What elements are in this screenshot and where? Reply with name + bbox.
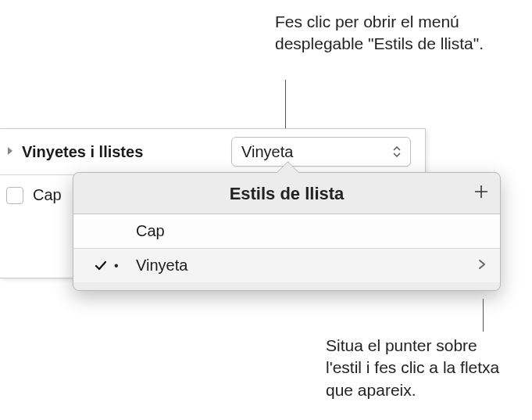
list-style-bullet[interactable]: • Vinyeta: [73, 249, 500, 282]
callout-line-bottom: [483, 299, 484, 332]
popover-title: Estils de llista: [73, 173, 500, 214]
check-icon: [87, 259, 114, 273]
add-style-button[interactable]: [473, 182, 489, 203]
dropdown-value: Vinyeta: [241, 143, 293, 161]
popover-footer: [73, 282, 500, 290]
bullet-icon: •: [114, 259, 136, 273]
bullets-label: Vinyetes i llistes: [22, 143, 231, 161]
chevron-right-icon[interactable]: [478, 258, 486, 274]
list-style-label: Vinyeta: [136, 257, 478, 275]
callout-top: Fes clic per obrir el menú desplegable "…: [275, 11, 532, 56]
callout-line-top: [285, 80, 286, 128]
dropcap-checkbox[interactable]: [6, 187, 23, 204]
dropcap-label: Cap: [33, 186, 62, 204]
list-style-none[interactable]: Cap: [73, 214, 500, 249]
callout-bottom: Situa el punter sobre l'estil i fes clic…: [326, 335, 513, 401]
bullets-row: Vinyetes i llistes Vinyeta: [0, 129, 425, 175]
popover-title-text: Estils de llista: [230, 184, 345, 203]
list-style-dropdown[interactable]: Vinyeta: [231, 137, 411, 167]
chevron-right-icon[interactable]: [6, 145, 14, 159]
chevron-updown-icon: [393, 145, 401, 158]
list-style-label: Cap: [136, 222, 486, 240]
list-styles-popover: Estils de llista Cap • Vinyeta: [73, 172, 501, 291]
